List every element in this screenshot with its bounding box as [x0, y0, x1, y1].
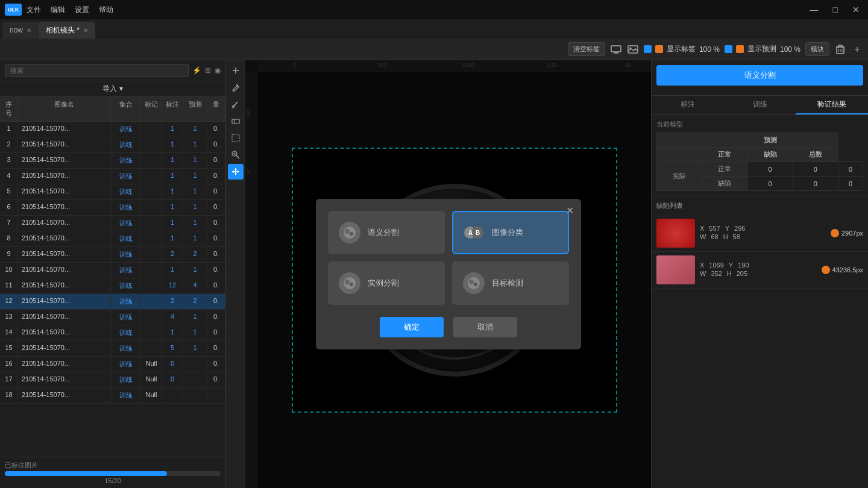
- tool-select-rect[interactable]: [228, 130, 244, 146]
- cell-val: 0.: [207, 153, 225, 168]
- table-row[interactable]: 5 210514-15070... 训练 1 1 0.: [0, 184, 225, 200]
- defect-x-label-1: X: [700, 225, 704, 232]
- module-button[interactable]: 模块: [805, 42, 829, 56]
- table-row[interactable]: 8 210514-15070... 训练 1 1 0.: [0, 231, 225, 247]
- dialog-option-classify[interactable]: A B 图像分类: [452, 211, 569, 254]
- dialog-option-semantic[interactable]: 语义分割: [328, 211, 445, 254]
- dialog-close-button[interactable]: ✕: [566, 205, 574, 216]
- th-normal: 正常: [702, 148, 747, 162]
- actual-normal-defect: 0: [793, 162, 838, 177]
- cell-annotate: 2: [162, 294, 183, 309]
- table-row[interactable]: 4 210514-15070... 训练 1 1 0.: [0, 169, 225, 184]
- dialog-buttons: 确定 取消: [328, 317, 569, 337]
- left-tools: [226, 60, 245, 488]
- filter-icon[interactable]: ⚡: [192, 66, 201, 75]
- cell-mark: Null: [141, 357, 162, 372]
- table-row[interactable]: 18 210514-15070... 训练 Null: [0, 388, 225, 404]
- dialog-option-instance[interactable]: 实例分割: [328, 261, 445, 305]
- tab-verify-result[interactable]: 验证结果: [796, 96, 868, 114]
- table-row[interactable]: 3 210514-15070... 训练 1 1 0.: [0, 153, 225, 169]
- defect-items: X 557 Y 296 W 68 H 58 2907px: [652, 215, 868, 488]
- menu-edit[interactable]: 编辑: [51, 5, 65, 15]
- actual-section-label: 实际: [657, 162, 702, 191]
- cancel-button[interactable]: 取消: [453, 317, 517, 337]
- tab-camera-lens-close[interactable]: ✕: [83, 27, 88, 34]
- import-button[interactable]: 导入 ▾: [0, 81, 225, 97]
- dialog: ✕ 语义分割: [316, 199, 581, 349]
- camera-icon[interactable]: ◉: [215, 66, 221, 75]
- model-section: 当前模型 预测 正常 缺陷 总数 实际: [652, 115, 868, 196]
- defect-coords-2: X 1069 Y 190: [700, 261, 817, 269]
- table-row[interactable]: 13 210514-15070... 训练 4 1 0.: [0, 310, 225, 325]
- tab-now[interactable]: now ✕: [2, 22, 39, 39]
- data-table: 序号 图像名 集合 标记 标注 预测 量 1 210514-15070... 训…: [0, 97, 225, 457]
- show-labels-checkbox[interactable]: [644, 45, 652, 53]
- tab-camera-lens[interactable]: 相机镜头 * ✕: [39, 22, 95, 39]
- col-set: 集合: [111, 97, 141, 121]
- monitor-icon[interactable]: [610, 43, 622, 55]
- table-row[interactable]: 9 210514-15070... 训练 2 2 0.: [0, 247, 225, 263]
- add-icon[interactable]: +: [851, 43, 863, 55]
- tool-pen[interactable]: [228, 80, 244, 95]
- menu-settings[interactable]: 设置: [75, 5, 89, 15]
- defect-x-2: 1069: [709, 261, 723, 269]
- tab-now-close[interactable]: ✕: [27, 27, 31, 34]
- defect-h-2: 205: [737, 270, 747, 277]
- table-row[interactable]: 7 210514-15070... 训练 1 1 0.: [0, 216, 225, 231]
- table-row[interactable]: 12 210514-15070... 训练 2 2 0.: [0, 294, 225, 310]
- table-row[interactable]: 2 210514-15070... 训练 1 1 0.: [0, 137, 225, 153]
- cell-annotate: 1: [162, 153, 183, 168]
- maximize-button[interactable]: □: [829, 4, 841, 16]
- search-input[interactable]: [5, 64, 189, 77]
- cell-name: 210514-15070...: [18, 294, 111, 309]
- cell-id: 15: [0, 341, 18, 356]
- close-button[interactable]: ✕: [849, 4, 863, 16]
- defect-w-label-1: W: [700, 233, 706, 240]
- price-icon-2: [822, 266, 830, 274]
- semantic-segmentation-button[interactable]: 语义分割: [656, 65, 863, 86]
- table-row[interactable]: 10 210514-15070... 训练 1 1 0.: [0, 263, 225, 278]
- title-bar-left: ULK 文件 编辑 设置 帮助: [5, 4, 113, 16]
- svg-line-19: [236, 155, 239, 158]
- tool-eraser[interactable]: [228, 113, 244, 129]
- tool-brush[interactable]: [228, 96, 244, 112]
- show-labels-text: 显示标签: [667, 44, 696, 54]
- table-row[interactable]: 14 210514-15070... 训练 1 1 0.: [0, 325, 225, 341]
- menu-file[interactable]: 文件: [27, 5, 41, 15]
- confirm-button[interactable]: 确定: [380, 317, 444, 337]
- cell-set: 训练: [111, 137, 141, 152]
- cell-name: 210514-15070...: [18, 372, 111, 387]
- delete-icon[interactable]: [834, 43, 846, 55]
- image-icon[interactable]: [627, 43, 639, 55]
- minimize-button[interactable]: —: [807, 4, 822, 16]
- tool-arrow[interactable]: [228, 63, 244, 78]
- table-row[interactable]: 1 210514-15070... 训练 1 1 0.: [0, 122, 225, 137]
- tab-annotate[interactable]: 标注: [652, 96, 724, 114]
- cell-mark: [141, 184, 162, 199]
- th-defect: 缺陷: [747, 148, 793, 162]
- table-row[interactable]: 16 210514-15070... 训练 Null 0 0.: [0, 357, 225, 372]
- tool-move[interactable]: [228, 164, 244, 180]
- table-row[interactable]: 17 210514-15070... 训练 Null 0 0.: [0, 372, 225, 388]
- menu-help[interactable]: 帮助: [99, 5, 113, 15]
- defect-item-1[interactable]: X 557 Y 296 W 68 H 58 2907px: [652, 215, 868, 252]
- svg-rect-17: [232, 134, 239, 142]
- defect-y-label-1: Y: [725, 225, 729, 232]
- tool-zoom[interactable]: [228, 147, 244, 163]
- show-predict-checkbox[interactable]: [725, 45, 732, 53]
- cell-name: 210514-15070...: [18, 310, 111, 325]
- clear-labels-button[interactable]: 清空标签: [568, 42, 605, 56]
- grid-icon[interactable]: ⊞: [205, 66, 211, 75]
- defect-item-2[interactable]: X 1069 Y 190 W 352 H 205 43236.5px: [652, 252, 868, 289]
- svg-point-39: [469, 280, 474, 284]
- table-row[interactable]: 11 210514-15070... 训练 12 4 0.: [0, 278, 225, 294]
- dialog-option-detect[interactable]: 目标检测: [452, 261, 569, 305]
- table-row[interactable]: 15 210514-15070... 训练 5 1 0.: [0, 341, 225, 357]
- svg-marker-27: [237, 170, 239, 173]
- cell-id: 6: [0, 200, 18, 215]
- progress-bar-fill: [5, 471, 167, 476]
- tab-train[interactable]: 训练: [724, 96, 796, 114]
- cell-val: 0.: [207, 231, 225, 246]
- table-row[interactable]: 6 210514-15070... 训练 1 1 0.: [0, 200, 225, 216]
- cell-set: 训练: [111, 200, 141, 215]
